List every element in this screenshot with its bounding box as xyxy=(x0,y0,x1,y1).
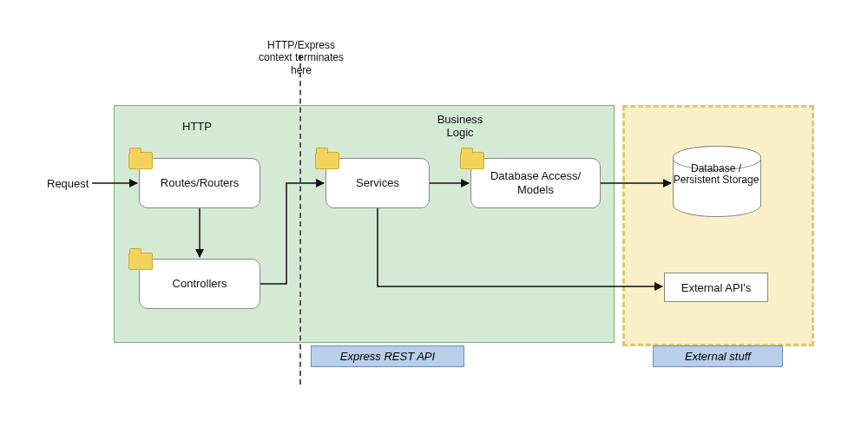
services-node: Services xyxy=(326,158,430,208)
context-annotation: HTTP/Express context terminates here xyxy=(253,39,349,76)
http-section-title: HTTP xyxy=(182,120,212,133)
external-caption: External stuff xyxy=(653,345,783,367)
external-stuff-region xyxy=(622,105,814,346)
controllers-node-label: Controllers xyxy=(173,277,227,291)
routes-node: Routes/Routers xyxy=(139,158,260,208)
database-label: Database / Persistent Storage xyxy=(673,163,760,186)
express-caption: Express REST API xyxy=(311,345,464,367)
routes-node-label: Routes/Routers xyxy=(161,176,239,190)
folder-icon xyxy=(128,152,153,169)
external-apis-node-label: External API's xyxy=(681,281,752,294)
folder-icon xyxy=(315,152,339,169)
services-node-label: Services xyxy=(356,176,399,190)
controllers-node: Controllers xyxy=(139,259,260,309)
context-divider xyxy=(299,55,301,385)
folder-icon xyxy=(128,253,153,270)
folder-icon xyxy=(460,152,484,169)
database-access-node: Database Access/ Models xyxy=(470,158,601,208)
database-access-node-label: Database Access/ Models xyxy=(475,169,596,196)
external-apis-node: External API's xyxy=(664,273,768,302)
request-label: Request xyxy=(47,177,89,190)
business-section-title: Business Logic xyxy=(425,113,495,139)
diagram-stage: HTTP/Express context terminates here HTT… xyxy=(0,0,868,434)
